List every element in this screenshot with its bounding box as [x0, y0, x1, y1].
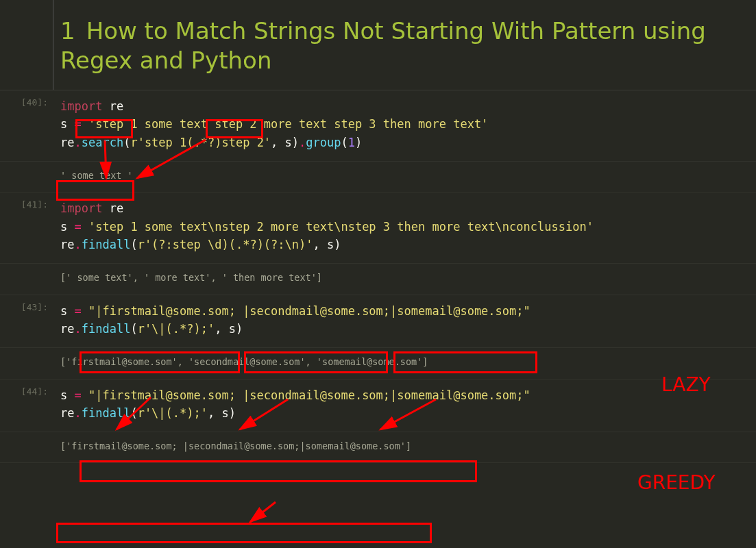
cell-44-output-prompt: [0, 432, 53, 462]
cell-44-code[interactable]: s = "|firstmail@some.som; |secondmail@so…: [53, 379, 756, 432]
cell-44-input[interactable]: [44]: s = "|firstmail@some.som; |secondm…: [0, 379, 756, 433]
cell-44-output-row: ['firstmail@some.som; |secondmail@some.s…: [0, 432, 756, 463]
cell-41-input[interactable]: [41]: import re s = 'step 1 some text\ns…: [0, 192, 756, 264]
annotation-label-greedy: GREEDY: [637, 471, 716, 494]
cell-43-code[interactable]: s = "|firstmail@some.som; |secondmail@so…: [53, 295, 756, 348]
cell-40-prompt: [40]:: [0, 90, 53, 161]
cell-43-prompt: [43]:: [0, 295, 53, 348]
annotation-box-greedy-string: [80, 460, 477, 482]
annotation-box-greedy-output: [56, 523, 432, 543]
heading-row: 1How to Match Strings Not Starting With …: [0, 0, 756, 90]
cell-41-code[interactable]: import re s = 'step 1 some text\nstep 2 …: [53, 192, 756, 263]
heading-gutter: [0, 0, 53, 90]
heading-cell: 1How to Match Strings Not Starting With …: [53, 0, 756, 90]
cell-44-prompt: [44]:: [0, 379, 53, 432]
cell-40-input[interactable]: [40]: import re s = 'step 1 some text st…: [0, 90, 756, 162]
cell-41-output-row: [' some text', ' more text', ' then more…: [0, 264, 756, 295]
cell-40-output: ' some text ': [53, 162, 756, 192]
cell-41-output: [' some text', ' more text', ' then more…: [53, 264, 756, 294]
page-title: 1How to Match Strings Not Starting With …: [60, 16, 749, 75]
svg-line-5: [250, 502, 276, 522]
heading-number: 1: [60, 17, 75, 45]
cell-40-output-row: ' some text ': [0, 162, 756, 192]
cell-40-code[interactable]: import re s = 'step 1 some text step 2 m…: [53, 90, 756, 161]
cell-43-output: ['firstmail@some.som', 'secondmail@some.…: [53, 348, 756, 378]
cell-44-output: ['firstmail@some.som; |secondmail@some.s…: [53, 432, 756, 462]
cell-43-output-prompt: [0, 348, 53, 378]
cell-43-output-row: ['firstmail@some.som', 'secondmail@some.…: [0, 348, 756, 379]
heading-text: How to Match Strings Not Starting With P…: [60, 17, 706, 74]
cell-41-prompt: [41]:: [0, 192, 53, 263]
cell-43-input[interactable]: [43]: s = "|firstmail@some.som; |secondm…: [0, 295, 756, 349]
cell-41-output-prompt: [0, 264, 53, 294]
cell-40-output-prompt: [0, 162, 53, 192]
